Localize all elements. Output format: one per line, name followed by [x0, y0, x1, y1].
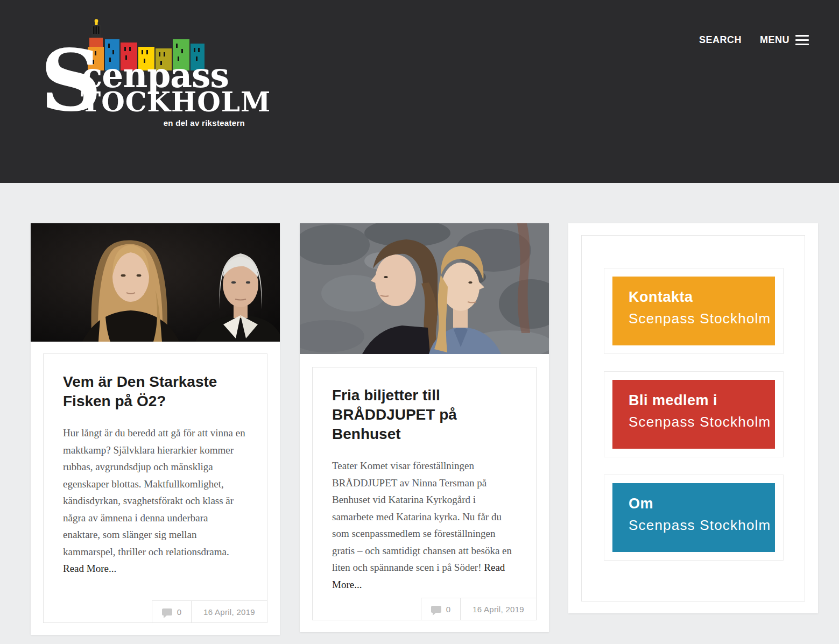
- comment-icon: [162, 608, 172, 615]
- article-title[interactable]: Vem är Den Starkaste Fisken på Ö2?: [63, 372, 248, 411]
- read-more-link[interactable]: Read More...: [63, 563, 116, 574]
- article-date: 16 April, 2019: [460, 598, 536, 620]
- article-card-den-starkaste: Vem är Den Starkaste Fisken på Ö2? Hur l…: [31, 223, 280, 635]
- widget-subtitle: Scenpass Stockholm: [629, 310, 775, 327]
- article-excerpt: Teater Komet visar föreställningen BRÅDD…: [332, 457, 517, 593]
- article-photo-back-to-back[interactable]: [300, 223, 549, 354]
- logo-word-stockholm: TOCKHOLM: [81, 89, 271, 116]
- hamburger-icon: [795, 35, 809, 46]
- site-header: S cenpass TOCKHOLM en del av riksteatern…: [0, 0, 839, 183]
- comment-count-value: 0: [177, 607, 181, 617]
- comment-count-value: 0: [446, 605, 450, 614]
- sidebar-panel: Kontakta Scenpass Stockholm Bli medlem i…: [581, 235, 805, 601]
- article-photo-two-women-portrait[interactable]: [31, 223, 280, 342]
- sidebar: Kontakta Scenpass Stockholm Bli medlem i…: [568, 223, 818, 613]
- menu-label: MENU: [760, 34, 789, 46]
- article-date: 16 April, 2019: [191, 600, 267, 622]
- sidebar-link-om[interactable]: Om Scenpass Stockholm: [612, 483, 775, 552]
- site-logo[interactable]: S cenpass TOCKHOLM en del av riksteatern: [40, 16, 250, 132]
- article-excerpt: Hur långt är du beredd att gå för att vi…: [63, 424, 248, 577]
- article-card-braddjupet: Fria biljetter till BRÅDDJUPET på Benhus…: [300, 223, 549, 632]
- logo-tagline: en del av riksteatern: [121, 118, 245, 128]
- widget-title: Kontakta: [629, 289, 775, 306]
- sidebar-link-kontakta[interactable]: Kontakta Scenpass Stockholm: [612, 277, 775, 345]
- article-content-box: Vem är Den Starkaste Fisken på Ö2? Hur l…: [43, 353, 267, 623]
- menu-button[interactable]: MENU: [760, 34, 809, 46]
- widget-frame-kontakta: Kontakta Scenpass Stockholm: [604, 268, 784, 354]
- article-title[interactable]: Fria biljetter till BRÅDDJUPET på Benhus…: [332, 386, 517, 444]
- widget-subtitle: Scenpass Stockholm: [629, 414, 775, 430]
- widget-title: Bli medlem i: [629, 392, 775, 409]
- article-meta-bar: 0 16 April, 2019: [152, 600, 267, 622]
- search-button[interactable]: SEARCH: [699, 34, 742, 46]
- sidebar-link-bli-medlem[interactable]: Bli medlem i Scenpass Stockholm: [612, 380, 775, 449]
- comment-icon: [431, 606, 441, 613]
- comment-count[interactable]: 0: [152, 600, 191, 622]
- widget-subtitle: Scenpass Stockholm: [629, 517, 775, 534]
- article-content-box: Fria biljetter till BRÅDDJUPET på Benhus…: [312, 367, 537, 620]
- widget-frame-bli-medlem: Bli medlem i Scenpass Stockholm: [604, 371, 784, 457]
- widget-title: Om: [629, 496, 775, 512]
- scenpass-homepage: S cenpass TOCKHOLM en del av riksteatern…: [0, 0, 839, 644]
- widget-frame-om: Om Scenpass Stockholm: [604, 475, 784, 561]
- comment-count[interactable]: 0: [421, 598, 460, 620]
- article-meta-bar: 0 16 April, 2019: [421, 598, 536, 620]
